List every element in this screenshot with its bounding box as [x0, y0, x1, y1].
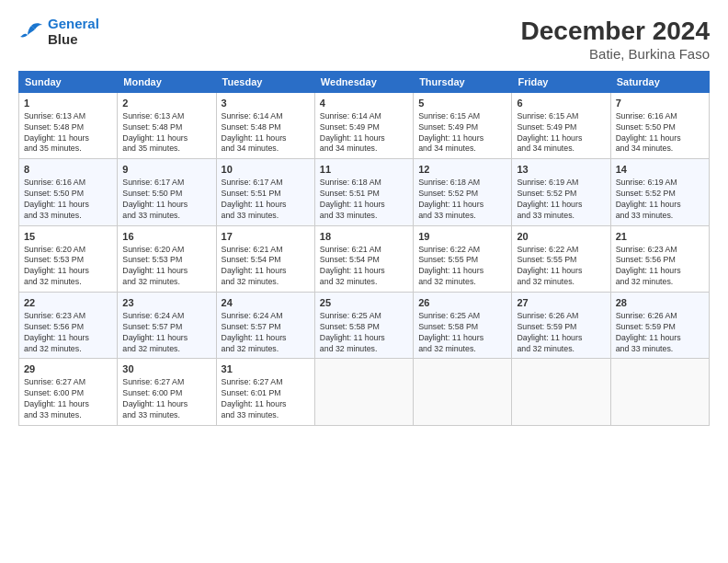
- day-number: 2: [122, 97, 210, 110]
- week-row-5: 29Sunrise: 6:27 AM Sunset: 6:00 PM Dayli…: [19, 359, 710, 425]
- week-row-2: 8Sunrise: 6:16 AM Sunset: 5:50 PM Daylig…: [19, 159, 710, 225]
- day-info: Sunrise: 6:18 AM Sunset: 5:51 PM Dayligh…: [320, 178, 408, 222]
- day-info: Sunrise: 6:27 AM Sunset: 6:01 PM Dayligh…: [222, 377, 310, 421]
- day-cell: 29Sunrise: 6:27 AM Sunset: 6:00 PM Dayli…: [19, 359, 118, 425]
- day-number: 21: [616, 230, 704, 244]
- day-cell: 23Sunrise: 6:24 AM Sunset: 5:57 PM Dayli…: [118, 293, 216, 359]
- day-cell: 10Sunrise: 6:17 AM Sunset: 5:51 PM Dayli…: [216, 159, 314, 225]
- day-info: Sunrise: 6:16 AM Sunset: 5:50 PM Dayligh…: [24, 178, 112, 222]
- day-cell: [512, 359, 610, 425]
- day-cell: 20Sunrise: 6:22 AM Sunset: 5:55 PM Dayli…: [512, 225, 610, 292]
- day-cell: [610, 359, 709, 425]
- day-number: 5: [418, 97, 506, 110]
- day-info: Sunrise: 6:26 AM Sunset: 5:59 PM Dayligh…: [517, 311, 605, 355]
- day-cell: 12Sunrise: 6:18 AM Sunset: 5:52 PM Dayli…: [414, 159, 512, 225]
- day-info: Sunrise: 6:16 AM Sunset: 5:50 PM Dayligh…: [616, 111, 704, 155]
- day-cell: 16Sunrise: 6:20 AM Sunset: 5:53 PM Dayli…: [118, 225, 216, 292]
- day-info: Sunrise: 6:24 AM Sunset: 5:57 PM Dayligh…: [222, 311, 310, 355]
- day-info: Sunrise: 6:21 AM Sunset: 5:54 PM Dayligh…: [320, 245, 408, 289]
- logo: General Blue: [18, 17, 99, 47]
- header-row: SundayMondayTuesdayWednesdayThursdayFrid…: [19, 72, 710, 93]
- day-number: 18: [320, 230, 408, 244]
- header-cell-monday: Monday: [118, 72, 216, 93]
- day-info: Sunrise: 6:18 AM Sunset: 5:52 PM Dayligh…: [418, 178, 506, 222]
- header-cell-thursday: Thursday: [414, 72, 512, 93]
- day-number: 10: [222, 163, 310, 177]
- day-info: Sunrise: 6:20 AM Sunset: 5:53 PM Dayligh…: [122, 245, 210, 289]
- day-cell: 3Sunrise: 6:14 AM Sunset: 5:48 PM Daylig…: [216, 93, 314, 159]
- day-info: Sunrise: 6:22 AM Sunset: 5:55 PM Dayligh…: [517, 245, 605, 289]
- day-info: Sunrise: 6:23 AM Sunset: 5:56 PM Dayligh…: [24, 311, 112, 355]
- day-number: 16: [122, 230, 210, 244]
- day-number: 22: [24, 296, 112, 310]
- day-cell: 9Sunrise: 6:17 AM Sunset: 5:50 PM Daylig…: [118, 159, 216, 225]
- day-cell: 18Sunrise: 6:21 AM Sunset: 5:54 PM Dayli…: [314, 225, 413, 292]
- day-cell: 13Sunrise: 6:19 AM Sunset: 5:52 PM Dayli…: [512, 159, 610, 225]
- day-cell: 14Sunrise: 6:19 AM Sunset: 5:52 PM Dayli…: [610, 159, 709, 225]
- day-info: Sunrise: 6:21 AM Sunset: 5:54 PM Dayligh…: [222, 245, 310, 289]
- day-cell: 24Sunrise: 6:24 AM Sunset: 5:57 PM Dayli…: [216, 293, 314, 359]
- calendar-header: SundayMondayTuesdayWednesdayThursdayFrid…: [19, 72, 710, 93]
- day-cell: [314, 359, 413, 425]
- day-cell: 26Sunrise: 6:25 AM Sunset: 5:58 PM Dayli…: [414, 293, 512, 359]
- day-number: 27: [517, 296, 605, 310]
- logo-line1: General: [48, 16, 99, 31]
- day-cell: 6Sunrise: 6:15 AM Sunset: 5:49 PM Daylig…: [512, 93, 610, 159]
- day-info: Sunrise: 6:20 AM Sunset: 5:53 PM Dayligh…: [24, 245, 112, 289]
- day-info: Sunrise: 6:25 AM Sunset: 5:58 PM Dayligh…: [418, 311, 506, 355]
- day-cell: [414, 359, 512, 425]
- day-cell: 4Sunrise: 6:14 AM Sunset: 5:49 PM Daylig…: [314, 93, 413, 159]
- day-cell: 27Sunrise: 6:26 AM Sunset: 5:59 PM Dayli…: [512, 293, 610, 359]
- day-number: 6: [517, 97, 605, 110]
- header-cell-sunday: Sunday: [19, 72, 118, 93]
- week-row-4: 22Sunrise: 6:23 AM Sunset: 5:56 PM Dayli…: [19, 293, 710, 359]
- day-info: Sunrise: 6:24 AM Sunset: 5:57 PM Dayligh…: [122, 311, 210, 355]
- day-number: 30: [122, 362, 210, 376]
- day-cell: 5Sunrise: 6:15 AM Sunset: 5:49 PM Daylig…: [414, 93, 512, 159]
- calendar-body: 1Sunrise: 6:13 AM Sunset: 5:48 PM Daylig…: [19, 93, 710, 426]
- day-number: 3: [222, 97, 310, 110]
- day-cell: 22Sunrise: 6:23 AM Sunset: 5:56 PM Dayli…: [19, 293, 118, 359]
- day-info: Sunrise: 6:19 AM Sunset: 5:52 PM Dayligh…: [517, 178, 605, 222]
- day-number: 7: [616, 97, 704, 110]
- day-info: Sunrise: 6:26 AM Sunset: 5:59 PM Dayligh…: [616, 311, 704, 355]
- header: General Blue December 2024 Batie, Burkin…: [18, 17, 710, 62]
- day-info: Sunrise: 6:14 AM Sunset: 5:49 PM Dayligh…: [320, 111, 408, 155]
- day-number: 4: [320, 97, 408, 110]
- day-info: Sunrise: 6:17 AM Sunset: 5:50 PM Dayligh…: [122, 178, 210, 222]
- day-number: 11: [320, 163, 408, 177]
- day-number: 29: [24, 362, 112, 376]
- header-cell-saturday: Saturday: [610, 72, 709, 93]
- day-info: Sunrise: 6:14 AM Sunset: 5:48 PM Dayligh…: [222, 111, 310, 155]
- day-number: 25: [320, 296, 408, 310]
- logo-icon: [18, 22, 44, 42]
- day-cell: 7Sunrise: 6:16 AM Sunset: 5:50 PM Daylig…: [610, 93, 709, 159]
- calendar-table: SundayMondayTuesdayWednesdayThursdayFrid…: [18, 71, 710, 426]
- day-number: 14: [616, 163, 704, 177]
- day-cell: 21Sunrise: 6:23 AM Sunset: 5:56 PM Dayli…: [610, 225, 709, 292]
- day-info: Sunrise: 6:27 AM Sunset: 6:00 PM Dayligh…: [122, 377, 210, 421]
- header-cell-tuesday: Tuesday: [216, 72, 314, 93]
- day-cell: 8Sunrise: 6:16 AM Sunset: 5:50 PM Daylig…: [19, 159, 118, 225]
- day-info: Sunrise: 6:13 AM Sunset: 5:48 PM Dayligh…: [24, 111, 112, 155]
- day-cell: 19Sunrise: 6:22 AM Sunset: 5:55 PM Dayli…: [414, 225, 512, 292]
- day-info: Sunrise: 6:22 AM Sunset: 5:55 PM Dayligh…: [418, 245, 506, 289]
- day-cell: 15Sunrise: 6:20 AM Sunset: 5:53 PM Dayli…: [19, 225, 118, 292]
- day-cell: 28Sunrise: 6:26 AM Sunset: 5:59 PM Dayli…: [610, 293, 709, 359]
- day-number: 26: [418, 296, 506, 310]
- subtitle: Batie, Burkina Faso: [521, 46, 710, 62]
- day-number: 9: [122, 163, 210, 177]
- header-cell-wednesday: Wednesday: [314, 72, 413, 93]
- day-number: 13: [517, 163, 605, 177]
- title-block: December 2024 Batie, Burkina Faso: [521, 17, 710, 62]
- page: General Blue December 2024 Batie, Burkin…: [0, 0, 728, 563]
- header-cell-friday: Friday: [512, 72, 610, 93]
- logo-text: General Blue: [48, 17, 99, 47]
- day-cell: 17Sunrise: 6:21 AM Sunset: 5:54 PM Dayli…: [216, 225, 314, 292]
- day-info: Sunrise: 6:15 AM Sunset: 5:49 PM Dayligh…: [418, 111, 506, 155]
- day-number: 1: [24, 97, 112, 110]
- day-number: 28: [616, 296, 704, 310]
- day-info: Sunrise: 6:15 AM Sunset: 5:49 PM Dayligh…: [517, 111, 605, 155]
- day-number: 19: [418, 230, 506, 244]
- week-row-3: 15Sunrise: 6:20 AM Sunset: 5:53 PM Dayli…: [19, 225, 710, 292]
